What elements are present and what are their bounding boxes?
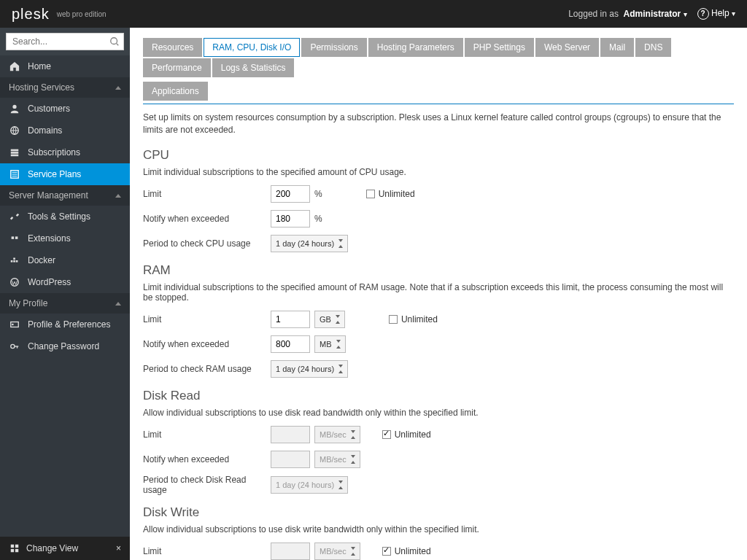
sidebar-item-home[interactable]: Home	[0, 55, 130, 77]
brand-text: plesk	[12, 6, 50, 23]
ram-unlimited-checkbox[interactable]	[389, 315, 398, 324]
grid-icon	[9, 542, 20, 554]
cpu-period-label: Period to check CPU usage	[143, 238, 271, 249]
tabs-row2: Applications	[143, 82, 734, 101]
logo: plesk web pro edition	[12, 6, 107, 23]
sidebar-item-wordpress[interactable]: WordPress	[0, 271, 130, 293]
diskread-unlimited-label: Unlimited	[395, 429, 431, 440]
svg-point-18	[11, 344, 15, 348]
sidebar-section-server[interactable]: Server Management	[0, 185, 130, 206]
topbar: plesk web pro edition Logged in as Admin…	[0, 0, 747, 28]
svg-point-0	[12, 105, 16, 109]
svg-rect-12	[13, 260, 15, 262]
user-icon	[9, 103, 20, 114]
logged-in-label: Logged in as Administrator ▾	[568, 9, 686, 19]
user-menu[interactable]: Administrator ▾	[624, 9, 687, 19]
tab-web-server[interactable]: Web Server	[535, 38, 599, 57]
sidebar-section-hosting[interactable]: Hosting Services	[0, 77, 130, 98]
cpu-limit-input[interactable]	[271, 185, 310, 203]
diskwrite-limit-input[interactable]	[271, 542, 310, 560]
sidebar-item-docker[interactable]: Docker	[0, 249, 130, 271]
cpu-limit-label: Limit	[143, 189, 271, 199]
change-view-bar[interactable]: Change View ×	[0, 537, 130, 560]
svg-rect-2	[11, 149, 19, 152]
tab-resources[interactable]: Resources	[143, 38, 202, 57]
tab-dns[interactable]: DNS	[635, 38, 671, 57]
diskread-limit-input[interactable]	[271, 426, 310, 443]
sidebar-item-label: Subscriptions	[28, 147, 80, 158]
sidebar-item-customers[interactable]: Customers	[0, 98, 130, 120]
cpu-period-select[interactable]: 1 day (24 hours)	[271, 235, 348, 252]
diskread-notify-unit-select[interactable]: MB/sec	[314, 451, 360, 468]
sidebar-item-extensions[interactable]: Extensions	[0, 228, 130, 249]
svg-rect-9	[12, 236, 15, 239]
sidebar-item-label: Profile & Preferences	[28, 319, 110, 330]
ram-period-label: Period to check RAM usage	[143, 364, 271, 374]
sidebar-item-domains[interactable]: Domains	[0, 120, 130, 141]
cpu-notify-label: Notify when exceeded	[143, 214, 271, 224]
sidebar-item-label: Extensions	[28, 233, 71, 244]
tab-mail[interactable]: Mail	[600, 38, 634, 57]
svg-rect-4	[11, 155, 19, 157]
sidebar-item-profile-preferences[interactable]: Profile & Preferences	[0, 314, 130, 335]
tab-hosting-parameters[interactable]: Hosting Parameters	[368, 38, 463, 57]
section-desc-cpu: Limit individual subscriptions to the sp…	[143, 167, 734, 177]
svg-rect-10	[15, 236, 18, 239]
ram-period-select[interactable]: 1 day (24 hours)	[271, 360, 348, 378]
sidebar-item-tools-settings[interactable]: Tools & Settings	[0, 206, 130, 228]
globe-icon	[9, 125, 20, 136]
tab-ram-cpu-disk[interactable]: RAM, CPU, Disk I/O	[204, 38, 300, 57]
cpu-unlimited-checkbox[interactable]	[366, 190, 375, 198]
svg-rect-23	[11, 549, 14, 552]
ram-notify-unit-select[interactable]: MB	[314, 335, 346, 353]
tabs-row1: Resources RAM, CPU, Disk I/O Permissions…	[143, 38, 734, 77]
tools-icon	[9, 211, 20, 222]
stack-icon	[9, 147, 20, 158]
ram-limit-unit-select[interactable]: GB	[314, 311, 345, 328]
diskread-limit-label: Limit	[143, 429, 271, 440]
section-title-diskread: Disk Read	[143, 389, 734, 403]
tab-php-settings[interactable]: PHP Settings	[465, 38, 534, 57]
edition-text: web pro edition	[57, 10, 107, 18]
search-input[interactable]	[6, 33, 124, 50]
puzzle-icon	[9, 233, 20, 244]
sidebar-item-label: Service Plans	[28, 169, 81, 179]
sidebar-item-service-plans[interactable]: Service Plans	[0, 163, 130, 185]
content: Resources RAM, CPU, Disk I/O Permissions…	[130, 28, 747, 560]
svg-rect-3	[11, 152, 19, 154]
sidebar-item-label: Home	[28, 61, 51, 71]
home-icon	[9, 61, 20, 72]
diskwrite-limit-unit-select[interactable]: MB/sec	[314, 542, 360, 560]
section-desc-diskread: Allow individual subscriptions to use di…	[143, 408, 734, 418]
close-icon[interactable]: ×	[116, 543, 121, 553]
svg-rect-24	[15, 549, 18, 552]
sidebar-item-label: Domains	[28, 125, 62, 136]
cpu-notify-input[interactable]	[271, 210, 310, 228]
sidebar-item-label: WordPress	[28, 277, 71, 287]
intro-text: Set up limits on system resources consum…	[143, 112, 734, 136]
collapse-icon	[115, 86, 121, 90]
sidebar-item-change-password[interactable]: Change Password	[0, 335, 130, 357]
sidebar-item-subscriptions[interactable]: Subscriptions	[0, 141, 130, 163]
diskread-period-select[interactable]: 1 day (24 hours)	[271, 476, 348, 494]
help-menu[interactable]: ? Help ▾	[697, 8, 735, 20]
sidebar-item-label: Tools & Settings	[28, 211, 90, 222]
tab-applications[interactable]: Applications	[143, 82, 208, 101]
key-icon	[9, 341, 20, 352]
ram-notify-label: Notify when exceeded	[143, 339, 271, 349]
svg-point-17	[12, 324, 14, 326]
tab-performance[interactable]: Performance	[143, 58, 211, 77]
diskread-unlimited-checkbox[interactable]	[382, 430, 391, 439]
tab-logs-statistics[interactable]: Logs & Statistics	[212, 58, 295, 77]
collapse-icon	[115, 194, 121, 198]
ram-notify-input[interactable]	[271, 335, 310, 353]
tab-permissions[interactable]: Permissions	[301, 38, 366, 57]
ram-limit-input[interactable]	[271, 311, 310, 328]
diskread-limit-unit-select[interactable]: MB/sec	[314, 426, 360, 443]
sidebar-section-profile[interactable]: My Profile	[0, 293, 130, 314]
diskread-period-label: Period to check Disk Read usage	[143, 475, 271, 495]
diskwrite-unlimited-checkbox[interactable]	[382, 547, 391, 556]
ram-unlimited-label: Unlimited	[401, 314, 438, 324]
diskread-notify-input[interactable]	[271, 451, 310, 468]
sidebar-item-label: Customers	[28, 104, 70, 114]
